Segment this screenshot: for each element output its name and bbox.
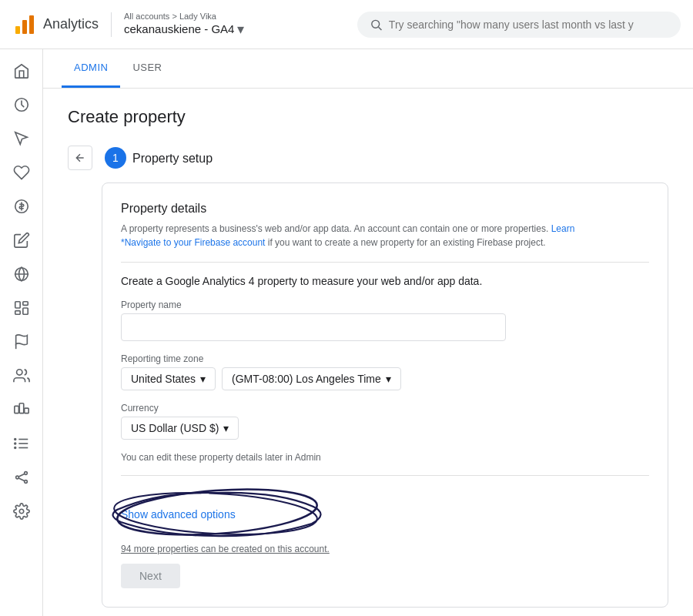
currency-dropdown[interactable]: US Dollar (USD $) ▾ bbox=[121, 417, 239, 440]
sidebar-item-monetization[interactable] bbox=[6, 191, 37, 222]
learn-link[interactable]: Learn bbox=[551, 223, 575, 234]
svg-rect-14 bbox=[14, 406, 18, 413]
back-button[interactable] bbox=[68, 146, 92, 170]
card-title: Property details bbox=[121, 202, 649, 216]
svg-rect-9 bbox=[22, 302, 27, 306]
country-dropdown[interactable]: United States ▾ bbox=[121, 367, 216, 390]
svg-rect-16 bbox=[24, 408, 28, 413]
tab-user[interactable]: USER bbox=[120, 49, 174, 88]
search-input[interactable] bbox=[389, 18, 668, 31]
svg-rect-15 bbox=[19, 403, 24, 413]
sidebar-item-flag[interactable] bbox=[6, 326, 37, 357]
header: Analytics All accounts > Lady Vika cekan… bbox=[0, 0, 693, 49]
tab-admin[interactable]: ADMIN bbox=[62, 49, 120, 88]
svg-line-4 bbox=[379, 27, 382, 30]
svg-point-23 bbox=[15, 476, 18, 479]
svg-line-27 bbox=[18, 478, 24, 481]
layout: ADMIN USER Create property 1 Property se… bbox=[0, 49, 693, 616]
back-arrow-icon bbox=[74, 152, 86, 164]
sidebar-item-lists[interactable] bbox=[6, 428, 37, 459]
svg-point-13 bbox=[16, 370, 22, 375]
svg-point-20 bbox=[14, 439, 15, 440]
search-bar[interactable] bbox=[357, 12, 681, 38]
svg-point-25 bbox=[24, 480, 27, 484]
property-name-label: Property name bbox=[121, 300, 649, 310]
currency-dropdown-chevron: ▾ bbox=[223, 422, 229, 434]
show-advanced-options-link[interactable]: Show advanced options bbox=[121, 508, 236, 521]
app-title: Analytics bbox=[43, 16, 99, 32]
country-value: United States bbox=[131, 373, 196, 385]
step-title: Property setup bbox=[132, 150, 213, 166]
sidebar-item-pencil[interactable] bbox=[6, 225, 37, 256]
card-divider-2 bbox=[121, 475, 649, 476]
header-divider bbox=[111, 12, 112, 37]
properties-note: 94 more properties can be created on thi… bbox=[121, 544, 649, 554]
card-description: A property represents a business's web a… bbox=[121, 222, 649, 249]
svg-rect-10 bbox=[22, 308, 27, 314]
sidebar-item-advertising[interactable] bbox=[6, 157, 37, 188]
sidebar-item-home[interactable] bbox=[6, 55, 37, 86]
timezone-value: (GMT-08:00) Los Angeles Time bbox=[232, 373, 381, 385]
firebase-link[interactable]: *Navigate to your Firebase account bbox=[121, 237, 265, 248]
country-dropdown-chevron: ▾ bbox=[200, 373, 206, 385]
account-name: cekanauskiene - GA4 bbox=[124, 22, 234, 35]
currency-value: US Dollar (USD $) bbox=[131, 422, 219, 434]
svg-point-24 bbox=[24, 472, 27, 475]
svg-rect-1 bbox=[22, 20, 27, 34]
svg-rect-2 bbox=[29, 15, 34, 34]
page-title: Create property bbox=[68, 107, 668, 127]
timezone-dropdown[interactable]: (GMT-08:00) Los Angeles Time ▾ bbox=[222, 367, 401, 390]
currency-label: Currency bbox=[121, 403, 649, 413]
sidebar-item-structure[interactable] bbox=[6, 462, 37, 493]
reporting-tz-label: Reporting time zone bbox=[121, 353, 649, 364]
sidebar-item-audience[interactable] bbox=[6, 394, 37, 425]
timezone-dropdown-chevron: ▾ bbox=[386, 373, 391, 385]
sidebar-item-admin[interactable] bbox=[6, 496, 37, 527]
step-row: 1 Property setup bbox=[68, 146, 668, 170]
svg-rect-0 bbox=[15, 26, 20, 34]
sidebar-item-people[interactable] bbox=[6, 360, 37, 391]
currency-field-group: Currency US Dollar (USD $) ▾ bbox=[121, 403, 649, 440]
main-panel: ADMIN USER Create property 1 Property se… bbox=[43, 49, 693, 616]
next-button[interactable]: Next bbox=[121, 564, 180, 588]
property-name-input[interactable] bbox=[121, 313, 506, 341]
sidebar-item-globe[interactable] bbox=[6, 259, 37, 290]
account-info: All accounts > Lady Vika cekanauskiene -… bbox=[124, 12, 244, 38]
search-icon bbox=[370, 18, 383, 32]
tabs: ADMIN USER bbox=[43, 49, 693, 89]
account-selector[interactable]: cekanauskiene - GA4 ▾ bbox=[124, 21, 244, 38]
svg-rect-8 bbox=[15, 302, 19, 308]
property-details-card: Property details A property represents a… bbox=[102, 182, 668, 608]
card-divider bbox=[121, 262, 649, 263]
svg-point-22 bbox=[14, 447, 15, 449]
sidebar bbox=[0, 49, 43, 616]
svg-rect-11 bbox=[15, 311, 19, 315]
chevron-down-icon: ▾ bbox=[237, 21, 244, 38]
sidebar-item-pages[interactable] bbox=[6, 293, 37, 323]
page-content: Create property 1 Property setup Propert… bbox=[43, 89, 693, 616]
sidebar-item-reports[interactable] bbox=[6, 89, 37, 120]
measure-text: Create a Google Analytics 4 property to … bbox=[121, 275, 649, 287]
analytics-logo-icon bbox=[12, 12, 37, 37]
logo-area: Analytics bbox=[12, 12, 99, 37]
edit-note: You can edit these property details late… bbox=[121, 452, 649, 463]
timezone-selectors: United States ▾ (GMT-08:00) Los Angeles … bbox=[121, 367, 649, 390]
svg-point-21 bbox=[14, 443, 15, 444]
svg-point-3 bbox=[372, 20, 380, 28]
breadcrumb: All accounts > Lady Vika bbox=[124, 12, 244, 21]
sidebar-item-explore[interactable] bbox=[6, 123, 37, 154]
svg-point-28 bbox=[19, 509, 24, 514]
timezone-field-group: Reporting time zone United States ▾ (GMT… bbox=[121, 353, 649, 390]
svg-line-26 bbox=[18, 474, 24, 477]
property-name-field-group: Property name bbox=[121, 300, 649, 341]
step-number: 1 bbox=[105, 147, 126, 169]
advanced-options-section: Show advanced options bbox=[121, 494, 251, 534]
